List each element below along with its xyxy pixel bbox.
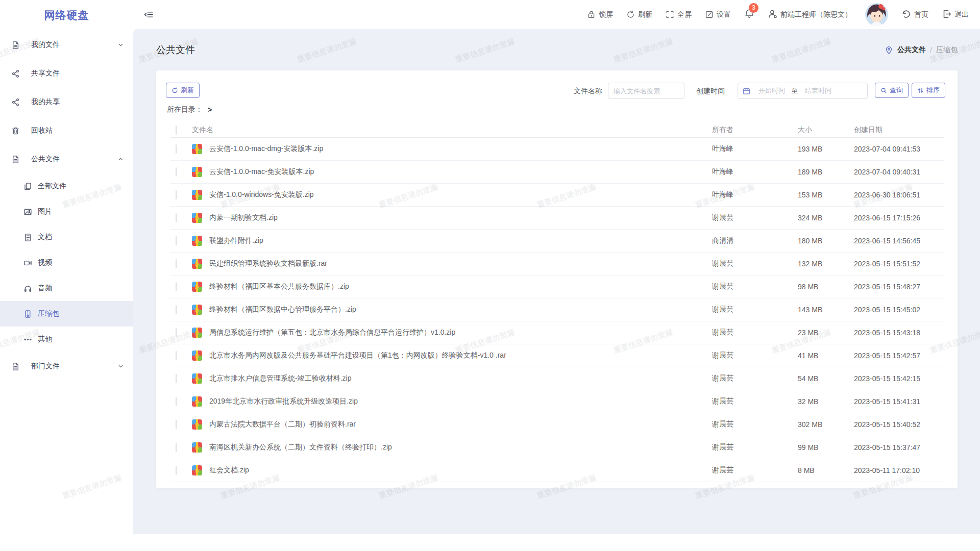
table-row[interactable]: 局信息系统运行维护（第五包：北京市水务局综合信息平台运行维护）v1.0.zip … [170,321,944,344]
sidebar-item-视频[interactable]: 视频 [0,250,133,276]
filename-label: 文件名称 [574,87,602,96]
file-date: 2023-05-15 15:48:27 [854,283,944,291]
table-row[interactable]: 云安信-1.0.0-mac-dmg-安装版本.zip 叶海峰 193 MB 20… [170,138,944,161]
sidebar-item-音频[interactable]: 音频 [0,276,133,301]
file-date: 2023-05-15 15:43:18 [854,329,944,337]
sidebar-item-共享文件[interactable]: 共享文件 [0,59,133,88]
file-size: 180 MB [798,237,854,245]
file-name[interactable]: 内蒙古法院大数据平台（二期）初验前资料.rar [209,420,712,429]
sort-button[interactable]: 排序 [912,83,945,98]
row-checkbox[interactable] [176,190,177,199]
sidebar-item-我的文件[interactable]: 我的文件 [0,31,133,59]
table-row[interactable]: 红会文档.zip 谢晨芸 8 MB 2023-05-11 17:02:10 [170,459,944,482]
file-date: 2023-06-15 14:56:45 [854,237,944,245]
table-row[interactable]: 北京市水务局内网改版及公共服务基础平台建设项目（第1包：内网改版）终验验文档-v… [170,344,944,367]
end-date-placeholder[interactable]: 结束时间 [805,86,837,95]
fullscreen-button[interactable]: 全屏 [666,10,692,19]
sidebar-item-全部文件[interactable]: 全部文件 [0,173,133,199]
sidebar: 网络硬盘 我的文件 共享文件 我的共享 回收站 公共文件 全部文件 图片 文档 … [0,0,133,551]
copy-icon [23,182,32,191]
file-name[interactable]: 局信息系统运行维护（第五包：北京市水务局综合信息平台运行维护）v1.0.zip [209,328,712,337]
file-name[interactable]: 联盟办件附件.zip [209,236,712,245]
table-row[interactable]: 云安信-1.0.0-mac-免安装版本.zip 叶海峰 189 MB 2023-… [170,161,944,184]
sidebar-item-其他[interactable]: 其他 [0,327,133,352]
table-row[interactable]: 安信-1.0.0-windows-免安装版.zip 叶海峰 153 MB 202… [170,184,944,207]
sidebar-item-回收站[interactable]: 回收站 [0,116,133,145]
row-checkbox[interactable] [176,397,177,406]
select-all-checkbox[interactable] [176,126,177,135]
file-owner: 谢晨芸 [712,420,798,429]
row-checkbox[interactable] [176,466,177,475]
home-button[interactable]: 首页 [901,9,928,20]
zip-file-icon [192,236,202,246]
sidebar-item-我的共享[interactable]: 我的共享 [0,88,133,116]
lock-screen-button[interactable]: 锁屏 [587,10,613,19]
user-menu[interactable]: 前端工程师（陈思文） [768,9,852,20]
filename-search-input[interactable] [608,83,684,99]
sidebar-item-文档[interactable]: 文档 [0,224,133,250]
query-button[interactable]: 查询 [875,83,909,98]
file-owner: 谢晨芸 [712,351,798,360]
file-name[interactable]: 终验材料（福田区基本公共服务数据库）.zip [209,282,712,291]
refresh-page-button[interactable]: 刷新 [626,10,652,19]
table-row[interactable]: 内蒙古法院大数据平台（二期）初验前资料.rar 谢晨芸 302 MB 2023-… [170,413,944,436]
file-name[interactable]: 北京市排水户信息管理系统-竣工验收材料.zip [209,374,712,383]
row-checkbox[interactable] [176,305,177,314]
table-header: 文件名 所有者 大小 创建日期 [170,122,944,138]
doc-icon [11,155,20,164]
sort-label: 排序 [926,86,940,95]
row-checkbox[interactable] [176,374,177,383]
column-header-date: 创建日期 [854,126,944,135]
row-checkbox[interactable] [176,167,177,177]
notifications-button[interactable]: 3 [744,9,754,21]
start-date-placeholder[interactable]: 开始时间 [758,86,790,95]
zip-file-icon [192,419,202,430]
table-row[interactable]: 北京市排水户信息管理系统-竣工验收材料.zip 谢晨芸 54 MB 2023-0… [170,367,944,390]
zip-file-icon [192,396,202,407]
row-checkbox[interactable] [176,236,177,245]
file-name[interactable]: 终验材料（福田区数据中心管理服务平台）.zip [209,305,712,314]
row-checkbox[interactable] [176,420,177,429]
file-size: 54 MB [798,374,854,383]
table-row[interactable]: 南海区机关新办公系统（二期）文件资料（终验打印）.zip 谢晨芸 99 MB 2… [170,436,944,459]
file-name[interactable]: 红会文档.zip [209,466,712,475]
file-name[interactable]: 内蒙一期初验文档.zip [209,213,712,222]
file-owner: 谢晨芸 [712,443,798,452]
file-name[interactable]: 云安信-1.0.0-mac-dmg-安装版本.zip [209,144,712,154]
sidebar-item-label: 其他 [38,335,52,344]
file-size: 23 MB [798,329,854,337]
file-name[interactable]: 2019年北京市水行政审批系统升级改造项目.zip [209,397,712,406]
row-checkbox[interactable] [176,328,177,337]
table-row[interactable]: 终验材料（福田区数据中心管理服务平台）.zip 谢晨芸 143 MB 2023-… [170,298,944,321]
sidebar-item-部门文件[interactable]: 部门文件 [0,352,133,381]
logout-button[interactable]: 退出 [942,9,969,20]
file-name[interactable]: 安信-1.0.0-windows-免安装版.zip [209,190,712,199]
table-row[interactable]: 联盟办件附件.zip 商清清 180 MB 2023-06-15 14:56:4… [170,230,944,253]
breadcrumb-root[interactable]: 公共文件 [897,45,926,55]
date-range-picker[interactable]: 开始时间 至 结束时间 [738,83,868,99]
file-date: 2023-05-15 15:42:57 [854,352,944,360]
row-checkbox[interactable] [176,351,177,360]
settings-button[interactable]: 设置 [705,10,731,19]
row-checkbox[interactable] [176,259,177,268]
table-row[interactable]: 民建组织管理系统验收文档最新版.rar 谢晨芸 132 MB 2023-05-1… [170,253,944,276]
zip-file-icon [192,373,202,384]
file-name[interactable]: 北京市水务局内网改版及公共服务基础平台建设项目（第1包：内网改版）终验验文档-v… [209,351,712,360]
table-row[interactable]: 内蒙一期初验文档.zip 谢晨芸 324 MB 2023-06-15 17:15… [170,207,944,230]
row-checkbox[interactable] [176,443,177,452]
content-area: 公共文件 公共文件 / 压缩包 刷新 文件名称 创建时间 [133,29,980,534]
file-name[interactable]: 南海区机关新办公系统（二期）文件资料（终验打印）.zip [209,443,712,452]
row-checkbox[interactable] [176,282,177,291]
avatar[interactable] [865,3,888,26]
sidebar-item-图片[interactable]: 图片 [0,199,133,224]
table-row[interactable]: 2019年北京市水行政审批系统升级改造项目.zip 谢晨芸 32 MB 2023… [170,390,944,413]
row-checkbox[interactable] [176,213,177,222]
sidebar-collapse-icon[interactable] [144,10,154,19]
sidebar-item-压缩包[interactable]: 压缩包 [0,301,133,327]
row-checkbox[interactable] [176,144,177,154]
file-name[interactable]: 云安信-1.0.0-mac-免安装版本.zip [209,167,712,177]
refresh-list-button[interactable]: 刷新 [166,83,200,98]
table-row[interactable]: 终验材料（福田区基本公共服务数据库）.zip 谢晨芸 98 MB 2023-05… [170,276,944,298]
sidebar-item-公共文件[interactable]: 公共文件 [0,145,133,173]
file-name[interactable]: 民建组织管理系统验收文档最新版.rar [209,259,712,268]
